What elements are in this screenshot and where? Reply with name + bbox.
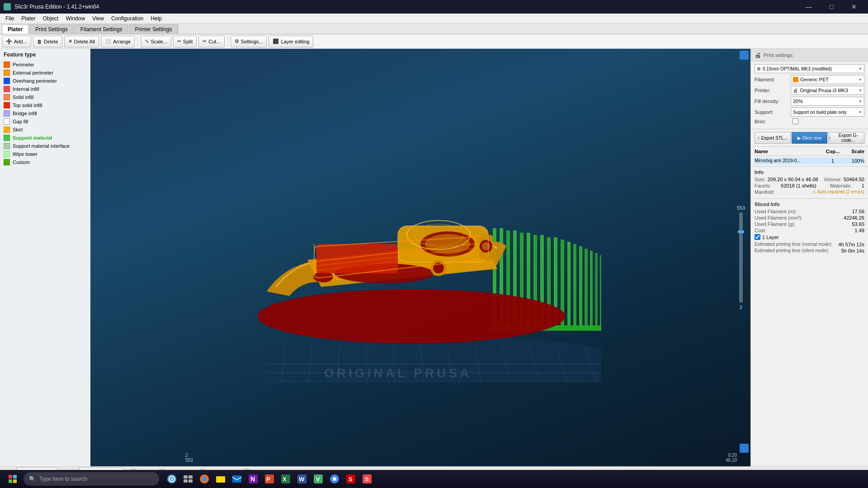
fill-density-dropdown[interactable]: 20% xyxy=(791,97,864,106)
taskbar-app-cortana[interactable] xyxy=(165,472,179,486)
slice-now-button[interactable]: ▶ Slice now xyxy=(792,132,828,144)
brim-checkbox[interactable] xyxy=(793,118,798,124)
est-normal-label: Estimated printing time (normal mode): xyxy=(755,242,832,247)
menu-file[interactable]: File xyxy=(2,14,18,23)
filament-row: Filament: Generic PET xyxy=(755,75,864,84)
svg-rect-37 xyxy=(585,249,588,330)
materials-value: 1 xyxy=(862,183,864,188)
legend-title: Feature type xyxy=(4,52,87,58)
layer-editing-button[interactable]: ⬛ Layer editing xyxy=(269,36,313,47)
svg-rect-64 xyxy=(13,475,17,479)
taskbar-search-placeholder: Type here to search xyxy=(39,476,87,482)
taskbar-app-powerpoint[interactable]: P xyxy=(262,472,277,486)
delete-button[interactable]: 🗑 Delete xyxy=(33,36,62,47)
view-toggle-top-button[interactable] xyxy=(740,51,749,60)
svg-rect-36 xyxy=(579,246,582,330)
layer-info: 0.20 46.10 xyxy=(726,453,737,463)
wipe-tower-label: Wipe tower xyxy=(13,151,38,157)
printer-dropdown[interactable]: 🖨 Original Prusa i3 MK3 xyxy=(791,86,864,95)
size-label: Size: xyxy=(755,177,765,182)
svg-point-89 xyxy=(333,477,336,481)
menu-plater[interactable]: Plater xyxy=(18,14,39,23)
layer-count-info: 2 553 xyxy=(185,453,193,463)
taskbar-app-files[interactable] xyxy=(213,472,228,486)
object-copies: 1 xyxy=(824,158,842,164)
tab-filament-settings[interactable]: Filament Settings xyxy=(75,24,128,34)
title-bar-controls[interactable]: — □ ✕ xyxy=(798,0,864,14)
support-dropdown[interactable]: Support on build plate only xyxy=(791,108,864,117)
taskbar-app-onenote[interactable]: N xyxy=(246,472,260,486)
tab-plater[interactable]: Plater xyxy=(2,24,28,34)
skirt-label: Skirt xyxy=(13,127,23,132)
arrange-button[interactable]: ⬜ Arrange xyxy=(101,36,135,47)
manifold-label: Manifold: xyxy=(755,189,775,195)
tab-printer-settings[interactable]: Printer Settings xyxy=(129,24,178,34)
chrome-icon xyxy=(329,474,340,484)
taskbar-search-box[interactable]: 🔍 Type here to search xyxy=(24,472,159,486)
close-button[interactable]: ✕ xyxy=(844,0,864,14)
legend-overhang-perimeter: Overhang perimeter xyxy=(4,77,87,85)
layer-counter: 553 2 xyxy=(737,205,745,310)
svg-rect-63 xyxy=(9,475,12,479)
taskbar-app-misc1[interactable]: V xyxy=(311,472,326,486)
svg-point-69 xyxy=(171,478,173,480)
export-stl-button[interactable]: ↑ Export STL... xyxy=(755,132,791,144)
profile-dropdown[interactable]: ⚙ 0.15mm OPTIMAL MK3 (modified) xyxy=(755,64,864,73)
legend-top-solid-infill: Top solid infill xyxy=(4,101,87,109)
svg-rect-76 xyxy=(216,476,225,483)
taskbar-app-misc2[interactable]: S xyxy=(344,472,358,486)
col-copies-header: Cop... xyxy=(824,149,842,154)
split-button[interactable]: ✂ Split xyxy=(173,36,197,47)
menu-help[interactable]: Help xyxy=(147,14,165,23)
taskbar-app-excel[interactable]: X xyxy=(278,472,293,486)
filament-dropdown[interactable]: Generic PET xyxy=(791,75,864,84)
menu-object[interactable]: Object xyxy=(39,14,62,23)
svg-rect-34 xyxy=(567,242,571,330)
custom-color xyxy=(4,159,10,165)
fill-density-value: 20% xyxy=(793,99,803,104)
taskbar-app-word[interactable]: W xyxy=(295,472,309,486)
layer-slider-thumb[interactable] xyxy=(738,230,744,233)
taskbar-app-firefox[interactable] xyxy=(197,472,212,486)
legend-support-material: Support material xyxy=(4,134,87,142)
delete-all-button[interactable]: ✕ Delete All xyxy=(64,36,99,47)
add-icon: ➕ xyxy=(6,38,12,44)
svg-rect-65 xyxy=(9,479,12,483)
taskbar-app-misc3[interactable]: S xyxy=(360,472,374,486)
taskbar-app-taskview[interactable] xyxy=(181,472,195,486)
taskbar-app-chrome[interactable] xyxy=(327,472,342,486)
scale-icon: ⤡ xyxy=(145,38,149,44)
slice-icon: ▶ xyxy=(797,136,801,141)
add-button[interactable]: ➕ Add... xyxy=(2,36,31,47)
volume-label: Volume: xyxy=(824,177,842,182)
svg-text:S: S xyxy=(349,476,353,483)
menu-view[interactable]: View xyxy=(89,14,108,23)
cut-button[interactable]: ✂ Cut... xyxy=(198,36,224,47)
object-scale: 100% xyxy=(842,158,864,164)
tab-print-settings[interactable]: Print Settings xyxy=(29,24,73,34)
layer-checkbox[interactable] xyxy=(755,234,760,240)
external-perimeter-color xyxy=(4,70,10,76)
layer-slider[interactable] xyxy=(739,212,743,303)
viewport[interactable]: ORIGINAL PRUSA 553 2 0.20 46.10 2 553 xyxy=(90,49,750,466)
menu-configuration[interactable]: Configuration xyxy=(108,14,147,23)
svg-text:P: P xyxy=(266,476,270,483)
start-button[interactable] xyxy=(4,472,22,486)
svg-rect-39 xyxy=(595,253,598,330)
object-row[interactable]: Mirrorbig arm 2019-0... 1 100% xyxy=(755,157,864,164)
filament-label: Filament: xyxy=(755,77,791,82)
layer-bottom-number: 2 xyxy=(740,305,742,310)
viewport-brand-text: ORIGINAL PRUSA xyxy=(324,366,472,380)
settings-button[interactable]: ⚙ Settings... xyxy=(231,36,267,47)
minimize-button[interactable]: — xyxy=(798,0,819,14)
layer-z-val: 46.10 xyxy=(726,458,737,463)
export-gcode-button[interactable]: ↑ Export G-code... xyxy=(828,132,864,144)
word-icon: W xyxy=(297,474,307,484)
scale-button[interactable]: ⤡ Scale... xyxy=(141,36,171,47)
view-toggle-bottom-button[interactable] xyxy=(740,444,749,453)
menu-window[interactable]: Window xyxy=(62,14,89,23)
tab-bar: Plater Print Settings Filament Settings … xyxy=(0,23,868,34)
taskbar-app-outlook[interactable] xyxy=(230,472,244,486)
bridge-infill-label: Bridge infill xyxy=(13,111,37,116)
maximize-button[interactable]: □ xyxy=(821,0,842,14)
